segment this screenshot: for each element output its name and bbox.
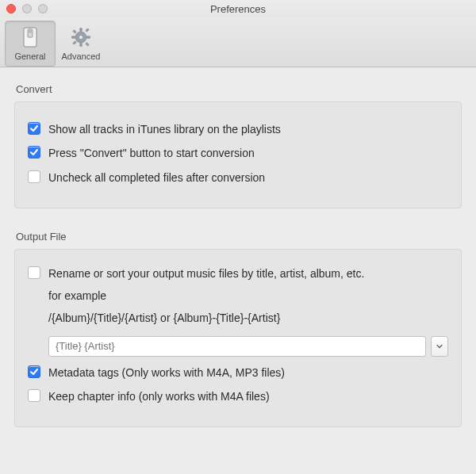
titlebar: Preferences xyxy=(0,0,476,17)
window-title: Preferences xyxy=(0,3,476,15)
checkbox-empty-icon xyxy=(28,389,40,402)
preferences-content: Convert Show all tracks in iTunes librar… xyxy=(0,67,476,464)
checkbox-press-convert[interactable]: Press "Convert" button to start conversi… xyxy=(28,145,448,161)
checkbox-label: Show all tracks in iTunes library on the… xyxy=(48,121,281,137)
svg-rect-6 xyxy=(80,44,83,47)
checkbox-show-all-tracks[interactable]: Show all tracks in iTunes library on the… xyxy=(28,121,448,137)
tab-general[interactable]: General xyxy=(5,21,56,67)
svg-rect-8 xyxy=(87,36,90,39)
checkbox-label: Press "Convert" button to start conversi… xyxy=(48,145,255,161)
rename-pattern-row xyxy=(48,336,448,357)
window-minimize-button[interactable] xyxy=(22,4,32,13)
tab-advanced[interactable]: Advanced xyxy=(56,21,106,67)
checkbox-uncheck-completed[interactable]: Uncheck all completed files after conver… xyxy=(28,170,448,185)
rename-label-text: Rename or sort your output music files b… xyxy=(48,267,364,280)
checkbox-label: Metadata tags (Only works with M4A, MP3 … xyxy=(48,365,285,380)
rename-pattern-input[interactable] xyxy=(48,336,426,357)
tab-advanced-label: Advanced xyxy=(56,52,106,61)
checkbox-metadata-tags[interactable]: Metadata tags (Only works with M4A, MP3 … xyxy=(28,365,448,380)
window-close-button[interactable] xyxy=(6,4,16,13)
checkbox-empty-icon xyxy=(28,266,40,279)
traffic-lights xyxy=(6,4,48,13)
svg-rect-2 xyxy=(29,30,33,33)
group-convert-body: Show all tracks in iTunes library on the… xyxy=(14,101,462,208)
checkbox-label: Rename or sort your output music files b… xyxy=(48,266,364,327)
rename-example-pattern: /{Album}/{Title}/{Artist} or {Album}-{Ti… xyxy=(48,310,364,326)
svg-rect-9 xyxy=(73,30,77,34)
checkbox-keep-chapter[interactable]: Keep chapter info (only works with M4A f… xyxy=(28,388,448,404)
gear-icon xyxy=(56,25,106,50)
svg-rect-12 xyxy=(73,41,77,45)
group-convert: Convert Show all tracks in iTunes librar… xyxy=(14,83,462,208)
checkbox-empty-icon xyxy=(28,170,40,183)
rename-pattern-dropdown-button[interactable] xyxy=(431,336,448,357)
checkmark-icon xyxy=(28,146,40,159)
checkbox-label: Keep chapter info (only works with M4A f… xyxy=(48,388,270,404)
tab-general-label: General xyxy=(6,52,55,61)
svg-rect-7 xyxy=(72,36,75,39)
checkbox-label: Uncheck all completed files after conver… xyxy=(48,170,265,185)
group-output-body: Rename or sort your output music files b… xyxy=(14,249,462,427)
checkbox-rename-output[interactable]: Rename or sort your output music files b… xyxy=(28,266,448,327)
checkmark-icon xyxy=(28,122,40,135)
group-output: Output File Rename or sort your output m… xyxy=(14,231,462,427)
chevron-down-icon xyxy=(436,342,443,350)
window-zoom-button[interactable] xyxy=(38,4,48,13)
svg-rect-5 xyxy=(80,29,83,32)
group-convert-title: Convert xyxy=(16,83,462,95)
checkmark-icon xyxy=(28,365,40,378)
svg-rect-11 xyxy=(86,29,90,32)
svg-point-4 xyxy=(79,35,83,39)
group-output-title: Output File xyxy=(16,231,462,243)
rename-example-intro: for example xyxy=(48,288,364,304)
switch-icon xyxy=(6,25,55,50)
svg-rect-10 xyxy=(86,43,90,47)
preferences-toolbar: General xyxy=(0,17,476,67)
